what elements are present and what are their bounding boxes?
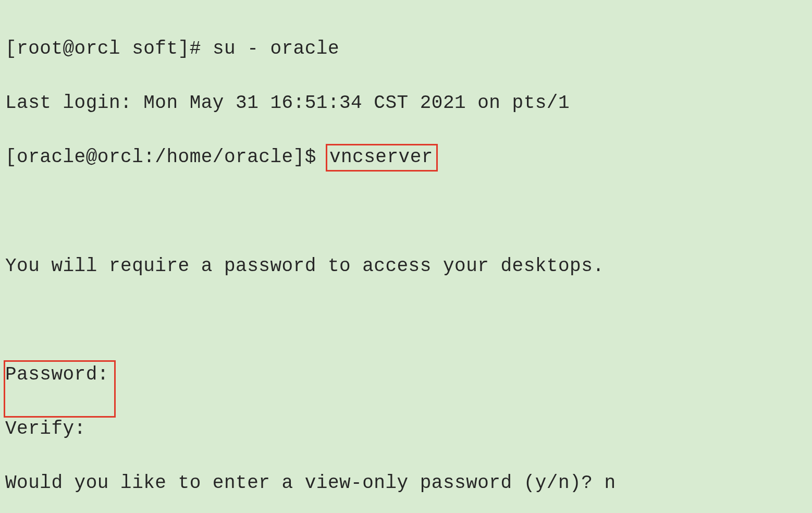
terminal-line: Would you like to enter a view-only pass…: [5, 470, 807, 497]
terminal-line: Verify:: [5, 416, 807, 443]
terminal-line: [oracle@orcl:/home/oracle]$ vncserver: [5, 144, 807, 172]
shell-prompt: [oracle@orcl:/home/oracle]$: [5, 146, 328, 168]
terminal-line-blank: [5, 199, 807, 226]
highlight-password-verify: [4, 360, 116, 418]
shell-prompt: [root@orcl soft]#: [5, 38, 213, 59]
terminal-line: Last login: Mon May 31 16:51:34 CST 2021…: [5, 90, 807, 117]
terminal-line: [root@orcl soft]# su - oracle: [5, 35, 807, 63]
terminal-line: Password:: [5, 361, 807, 388]
highlight-vncserver: vncserver: [326, 144, 438, 172]
terminal-line-blank: [5, 307, 807, 334]
terminal-output[interactable]: [root@orcl soft]# su - oracle Last login…: [0, 0, 812, 513]
shell-command: su - oracle: [213, 38, 339, 59]
terminal-line: You will require a password to access yo…: [5, 253, 807, 280]
